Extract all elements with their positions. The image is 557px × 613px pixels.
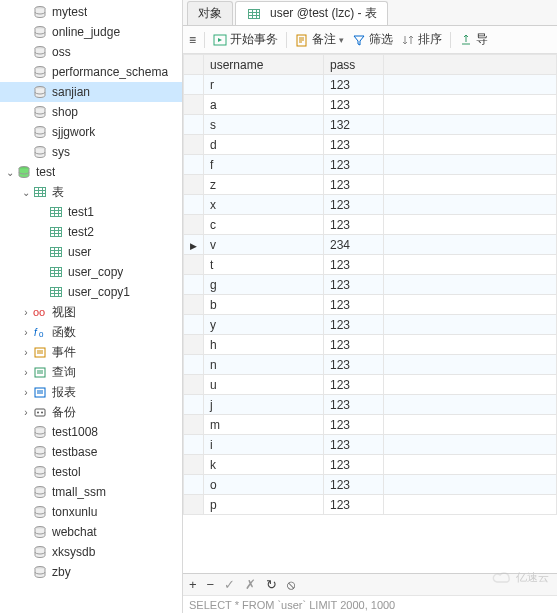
table-row[interactable]: j 123 bbox=[184, 395, 557, 415]
cell-username[interactable]: a bbox=[204, 95, 324, 115]
table-row[interactable]: x 123 bbox=[184, 195, 557, 215]
row-indicator[interactable] bbox=[184, 415, 204, 435]
db-sys[interactable]: sys bbox=[0, 142, 182, 162]
row-indicator[interactable] bbox=[184, 495, 204, 515]
cell-username[interactable]: d bbox=[204, 135, 324, 155]
table-row[interactable]: c 123 bbox=[184, 215, 557, 235]
row-indicator[interactable] bbox=[184, 395, 204, 415]
cell-pass[interactable]: 123 bbox=[324, 315, 384, 335]
table-row[interactable]: t 123 bbox=[184, 255, 557, 275]
db-sjjgwork[interactable]: sjjgwork bbox=[0, 122, 182, 142]
cell-username[interactable]: i bbox=[204, 435, 324, 455]
db-test1008[interactable]: test1008 bbox=[0, 422, 182, 442]
cell-username[interactable]: v bbox=[204, 235, 324, 255]
db-tonxunlu[interactable]: tonxunlu bbox=[0, 502, 182, 522]
table-user[interactable]: user bbox=[0, 242, 182, 262]
expand-icon[interactable]: › bbox=[20, 307, 32, 318]
expand-icon[interactable]: › bbox=[20, 327, 32, 338]
db-online_judge[interactable]: online_judge bbox=[0, 22, 182, 42]
row-indicator[interactable] bbox=[184, 135, 204, 155]
cell-pass[interactable]: 123 bbox=[324, 495, 384, 515]
row-indicator[interactable] bbox=[184, 195, 204, 215]
row-indicator[interactable] bbox=[184, 95, 204, 115]
tab-1[interactable]: user @test (lzc) - 表 bbox=[235, 1, 388, 25]
row-indicator[interactable] bbox=[184, 295, 204, 315]
node-fx[interactable]: › f0 函数 bbox=[0, 322, 182, 342]
tables-group[interactable]: ⌄ 表 bbox=[0, 182, 182, 202]
row-indicator[interactable] bbox=[184, 315, 204, 335]
table-row[interactable]: o 123 bbox=[184, 475, 557, 495]
table-row[interactable]: a 123 bbox=[184, 95, 557, 115]
db-test[interactable]: ⌄ test bbox=[0, 162, 182, 182]
row-indicator[interactable] bbox=[184, 475, 204, 495]
cell-username[interactable]: f bbox=[204, 155, 324, 175]
cell-username[interactable]: x bbox=[204, 195, 324, 215]
db-zby[interactable]: zby bbox=[0, 562, 182, 582]
cell-pass[interactable]: 123 bbox=[324, 395, 384, 415]
begin-transaction-button[interactable]: 开始事务 bbox=[213, 31, 278, 48]
db-webchat[interactable]: webchat bbox=[0, 522, 182, 542]
cell-pass[interactable]: 123 bbox=[324, 435, 384, 455]
table-row[interactable]: p 123 bbox=[184, 495, 557, 515]
row-indicator[interactable] bbox=[184, 275, 204, 295]
db-tmall_ssm[interactable]: tmall_ssm bbox=[0, 482, 182, 502]
cell-pass[interactable]: 123 bbox=[324, 135, 384, 155]
db-testbase[interactable]: testbase bbox=[0, 442, 182, 462]
table-user_copy1[interactable]: user_copy1 bbox=[0, 282, 182, 302]
table-row[interactable]: k 123 bbox=[184, 455, 557, 475]
table-row[interactable]: h 123 bbox=[184, 335, 557, 355]
cell-username[interactable]: t bbox=[204, 255, 324, 275]
cell-username[interactable]: r bbox=[204, 75, 324, 95]
cell-username[interactable]: y bbox=[204, 315, 324, 335]
cell-pass[interactable]: 132 bbox=[324, 115, 384, 135]
row-indicator[interactable] bbox=[184, 255, 204, 275]
table-row[interactable]: b 123 bbox=[184, 295, 557, 315]
row-indicator[interactable] bbox=[184, 375, 204, 395]
row-indicator[interactable] bbox=[184, 355, 204, 375]
db-mytest[interactable]: mytest bbox=[0, 2, 182, 22]
table-row[interactable]: z 123 bbox=[184, 175, 557, 195]
cell-username[interactable]: z bbox=[204, 175, 324, 195]
add-row-button[interactable]: + bbox=[189, 577, 197, 592]
row-indicator[interactable] bbox=[184, 335, 204, 355]
db-xksysdb[interactable]: xksysdb bbox=[0, 542, 182, 562]
node-query[interactable]: › 查询 bbox=[0, 362, 182, 382]
row-indicator[interactable] bbox=[184, 455, 204, 475]
export-button[interactable]: 导 bbox=[459, 31, 488, 48]
node-view[interactable]: › oo 视图 bbox=[0, 302, 182, 322]
menu-button[interactable]: ≡ bbox=[189, 33, 196, 47]
column-header-username[interactable]: username bbox=[204, 55, 324, 75]
table-row[interactable]: m 123 bbox=[184, 415, 557, 435]
row-indicator[interactable] bbox=[184, 175, 204, 195]
expand-icon[interactable]: › bbox=[20, 407, 32, 418]
cell-username[interactable]: m bbox=[204, 415, 324, 435]
node-event[interactable]: › 事件 bbox=[0, 342, 182, 362]
cell-username[interactable]: b bbox=[204, 295, 324, 315]
db-oss[interactable]: oss bbox=[0, 42, 182, 62]
cancel-button[interactable]: ✗ bbox=[245, 577, 256, 592]
apply-button[interactable]: ✓ bbox=[224, 577, 235, 592]
table-row[interactable]: f 123 bbox=[184, 155, 557, 175]
expand-icon[interactable]: ⌄ bbox=[4, 167, 16, 178]
stop-button[interactable]: ⦸ bbox=[287, 577, 295, 593]
cell-username[interactable]: u bbox=[204, 375, 324, 395]
cell-username[interactable]: j bbox=[204, 395, 324, 415]
row-indicator[interactable] bbox=[184, 235, 204, 255]
cell-pass[interactable]: 123 bbox=[324, 375, 384, 395]
cell-pass[interactable]: 123 bbox=[324, 255, 384, 275]
db-sanjian[interactable]: sanjian bbox=[0, 82, 182, 102]
cell-pass[interactable]: 123 bbox=[324, 475, 384, 495]
cell-pass[interactable]: 123 bbox=[324, 415, 384, 435]
row-indicator[interactable] bbox=[184, 75, 204, 95]
data-grid[interactable]: username pass r 123 a 123 s 132 d 123 f … bbox=[183, 54, 557, 515]
table-row[interactable]: v 234 bbox=[184, 235, 557, 255]
note-button[interactable]: 备注 ▾ bbox=[295, 31, 344, 48]
filter-button[interactable]: 筛选 bbox=[352, 31, 393, 48]
cell-pass[interactable]: 123 bbox=[324, 275, 384, 295]
cell-pass[interactable]: 234 bbox=[324, 235, 384, 255]
cell-pass[interactable]: 123 bbox=[324, 195, 384, 215]
table-test1[interactable]: test1 bbox=[0, 202, 182, 222]
column-header-pass[interactable]: pass bbox=[324, 55, 384, 75]
table-row[interactable]: s 132 bbox=[184, 115, 557, 135]
expand-icon[interactable]: ⌄ bbox=[20, 187, 32, 198]
